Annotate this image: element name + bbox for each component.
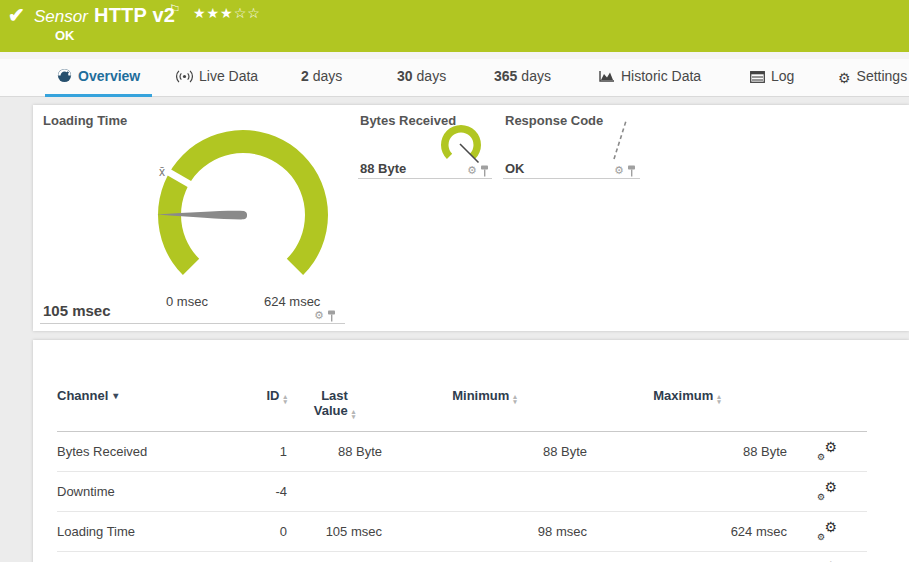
channel-minimum: 88 Byte — [382, 432, 587, 472]
column-label: Value — [314, 403, 348, 418]
sort-icon: ▴▾ — [717, 394, 721, 404]
tab-2-days[interactable]: 2days — [301, 68, 342, 96]
column-label: ID — [266, 388, 279, 403]
column-header-last-value[interactable]: LastValue▴▾ — [287, 382, 382, 432]
channels-panel: Channel▾ ID▴▾ LastValue▴▾ Minimum▴▾ Maxi… — [33, 340, 909, 562]
tile-separator — [40, 323, 345, 324]
tab-label: Overview — [78, 68, 140, 84]
table-row[interactable]: Response Code 2 OK OK OK ⚙⚙ — [57, 552, 867, 562]
sensor-header: ✔ Sensor HTTP v2 ⚐ ★★★☆☆ OK — [0, 0, 909, 52]
prtg-sensor-page: ✔ Sensor HTTP v2 ⚐ ★★★☆☆ OK Overview Liv… — [0, 0, 909, 562]
tab-label: Settings — [857, 68, 908, 84]
response-code-title: Response Code — [505, 113, 603, 128]
average-marker: x̄ — [159, 165, 165, 179]
status-badge: OK — [55, 28, 75, 43]
table-row[interactable]: Bytes Received 1 88 Byte 88 Byte 88 Byte… — [57, 432, 867, 472]
tile-separator — [503, 178, 640, 179]
gear-icon[interactable]: ⚙ — [467, 164, 477, 177]
gear-icon[interactable]: ⚙ — [614, 164, 624, 177]
channel-maximum: 624 msec — [587, 512, 787, 552]
channel-last-value — [287, 472, 382, 512]
channel-id: -4 — [227, 472, 287, 512]
tab-number: 30 — [397, 68, 413, 84]
header-divider — [0, 52, 909, 59]
gauges-panel: Loading Time x̄ 0 msec 624 msec 105 msec… — [33, 105, 909, 331]
gear-icon: ⚙ — [838, 70, 851, 86]
column-label: Minimum — [452, 388, 509, 403]
log-icon — [750, 70, 765, 86]
column-label: Last — [287, 388, 382, 403]
sensor-title: HTTP v2 — [94, 4, 175, 27]
flag-icon[interactable]: ⚐ — [169, 2, 181, 17]
column-header-minimum[interactable]: Minimum▴▾ — [382, 382, 587, 432]
channel-name[interactable]: Bytes Received — [57, 432, 227, 472]
channel-last-value: 105 msec — [287, 512, 382, 552]
channel-name[interactable]: Response Code — [57, 552, 227, 562]
channel-id: 0 — [227, 512, 287, 552]
gauge-max-label: 624 msec — [264, 294, 320, 309]
column-header-channel[interactable]: Channel▾ — [57, 382, 227, 432]
channel-minimum: 98 msec — [382, 512, 587, 552]
tab-overview[interactable]: Overview — [57, 68, 140, 96]
table-row[interactable]: Loading Time 0 105 msec 98 msec 624 msec… — [57, 512, 867, 552]
response-code-needle — [603, 115, 643, 165]
loading-time-title: Loading Time — [43, 113, 127, 128]
channel-settings-gears-icon[interactable]: ⚙⚙ — [817, 441, 837, 459]
column-header-id[interactable]: ID▴▾ — [227, 382, 287, 432]
loading-time-value: 105 msec — [43, 302, 111, 319]
channel-id: 1 — [227, 432, 287, 472]
loading-time-gauge — [148, 117, 338, 307]
sensor-type-label: Sensor — [34, 7, 88, 27]
sort-desc-icon: ▾ — [113, 390, 118, 401]
tab-settings[interactable]: ⚙Settings — [838, 68, 907, 96]
tab-log[interactable]: Log — [750, 68, 794, 96]
tab-365-days[interactable]: 365days — [494, 68, 551, 96]
channel-last-value: OK — [287, 552, 382, 562]
tab-historic-data[interactable]: Historic Data — [599, 68, 701, 96]
channel-minimum — [382, 472, 587, 512]
table-row[interactable]: Downtime -4 ⚙⚙ — [57, 472, 867, 512]
pin-icon[interactable] — [327, 310, 336, 322]
tab-label: days — [417, 68, 447, 84]
active-tab-underline — [45, 94, 152, 97]
priority-stars[interactable]: ★★★☆☆ — [193, 5, 261, 21]
channel-settings-gears-icon[interactable]: ⚙⚙ — [817, 481, 837, 499]
gauge-icon — [57, 68, 72, 86]
tab-label: days — [521, 68, 551, 84]
channel-last-value: 88 Byte — [287, 432, 382, 472]
channel-maximum: OK — [587, 552, 787, 562]
bytes-received-value: 88 Byte — [360, 161, 406, 176]
channel-settings-gears-icon[interactable]: ⚙⚙ — [817, 521, 837, 539]
channel-name[interactable]: Downtime — [57, 472, 227, 512]
channel-maximum: 88 Byte — [587, 432, 787, 472]
table-header-row: Channel▾ ID▴▾ LastValue▴▾ Minimum▴▾ Maxi… — [57, 382, 867, 432]
tile-toolbar: ⚙ — [467, 164, 489, 177]
pin-icon[interactable] — [627, 165, 636, 177]
tab-number: 365 — [494, 68, 517, 84]
sort-icon: ▴▾ — [283, 394, 287, 404]
channel-id: 2 — [227, 552, 287, 562]
tile-toolbar: ⚙ — [314, 309, 336, 322]
tab-live-data[interactable]: Live Data — [176, 68, 258, 96]
tile-separator — [358, 178, 492, 179]
channels-table: Channel▾ ID▴▾ LastValue▴▾ Minimum▴▾ Maxi… — [57, 382, 867, 562]
broadcast-icon — [176, 70, 193, 86]
response-code-value: OK — [505, 161, 525, 176]
pin-icon[interactable] — [480, 165, 489, 177]
channel-name[interactable]: Loading Time — [57, 512, 227, 552]
column-label: Channel — [57, 388, 108, 403]
sort-icon: ▴▾ — [352, 409, 356, 419]
sort-icon: ▴▾ — [513, 394, 517, 404]
tab-30-days[interactable]: 30days — [397, 68, 446, 96]
tab-number: 2 — [301, 68, 309, 84]
status-ok-check-icon: ✔ — [8, 3, 25, 27]
area-chart-icon — [599, 70, 615, 86]
tile-toolbar: ⚙ — [614, 164, 636, 177]
tab-label: Historic Data — [621, 68, 701, 84]
gear-icon[interactable]: ⚙ — [314, 309, 324, 322]
tab-label: Live Data — [199, 68, 258, 84]
gauge-min-label: 0 msec — [166, 294, 208, 309]
column-header-maximum[interactable]: Maximum▴▾ — [587, 382, 787, 432]
channel-minimum: OK — [382, 552, 587, 562]
channel-maximum — [587, 472, 787, 512]
